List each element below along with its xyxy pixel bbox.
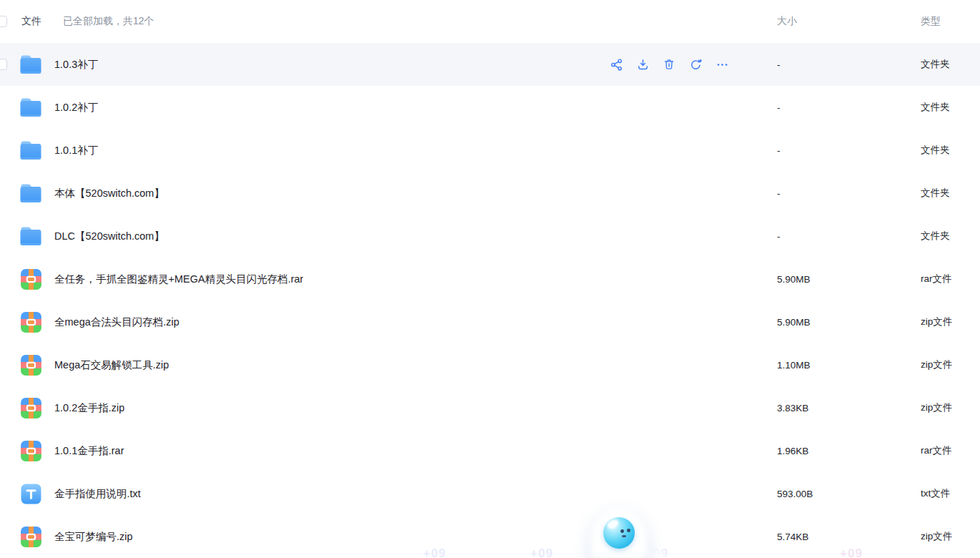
file-type: zip文件	[921, 401, 952, 414]
file-row[interactable]: 1.0.1金手指.rar	[0, 429, 980, 472]
load-status: 已全部加载，共12个	[63, 15, 154, 28]
file-name[interactable]: 全任务，手抓全图鉴精灵+MEGA精灵头目闪光存档.rar	[54, 273, 303, 286]
file-type-icon	[19, 482, 42, 505]
file-size: -	[777, 102, 781, 113]
file-type: zip文件	[921, 358, 952, 371]
file-row[interactable]: 全宝可梦编号.zip	[0, 515, 980, 558]
row-actions	[609, 57, 729, 72]
file-row[interactable]: 1.0.3补丁	[0, 43, 980, 86]
file-type: zip文件	[921, 530, 952, 543]
file-type-icon	[19, 225, 42, 248]
column-header-file[interactable]: 文件	[21, 15, 41, 28]
select-all-checkbox[interactable]	[0, 16, 7, 27]
file-type: rar文件	[921, 273, 952, 285]
file-name[interactable]: 1.0.3补丁	[54, 58, 98, 72]
file-size: 1.96KB	[777, 446, 808, 456]
cloud-drive-file-list: 文件 已全部加载，共12个 大小 类型 1.0.3补丁	[0, 0, 980, 558]
file-name[interactable]: 全宝可梦编号.zip	[54, 530, 133, 544]
delete-button[interactable]	[662, 57, 676, 72]
file-type-icon	[19, 439, 42, 462]
refresh-button[interactable]	[688, 57, 703, 72]
list-header: 文件 已全部加载，共12个 大小 类型	[0, 0, 980, 43]
file-row[interactable]: 全任务，手抓全图鉴精灵+MEGA精灵头目闪光存档.rar	[0, 258, 980, 300]
file-type: 文件夹	[921, 230, 950, 243]
file-type-icon	[19, 525, 42, 548]
file-type-icon	[19, 268, 42, 290]
file-name[interactable]: 全mega合法头目闪存档.zip	[54, 315, 179, 329]
file-name[interactable]: 1.0.2补丁	[54, 101, 98, 114]
file-type: 文件夹	[921, 101, 950, 114]
file-type: 文件夹	[921, 58, 950, 71]
file-row[interactable]: 1.0.2金手指.zip	[0, 386, 980, 429]
file-name[interactable]: 本体【520switch.com】	[54, 187, 164, 200]
share-button[interactable]	[609, 57, 623, 72]
file-row[interactable]: 1.0.1补丁	[0, 129, 980, 172]
column-header-size[interactable]: 大小	[777, 15, 797, 28]
file-row[interactable]: 金手指使用说明.txt	[0, 472, 980, 515]
file-row[interactable]: 本体【520switch.com】	[0, 172, 980, 215]
file-type: txt文件	[921, 487, 950, 500]
file-name[interactable]: 金手指使用说明.txt	[54, 487, 141, 501]
file-type-icon	[19, 310, 42, 333]
file-size: 1.10MB	[777, 360, 811, 371]
file-type-icon	[19, 396, 42, 419]
file-row[interactable]: 1.0.2补丁	[0, 86, 980, 129]
file-type: 文件夹	[921, 144, 950, 157]
file-size: -	[777, 231, 781, 242]
file-name[interactable]: 1.0.1补丁	[54, 144, 98, 157]
file-size: 5.90MB	[777, 317, 811, 328]
file-type-icon	[19, 139, 42, 162]
download-button[interactable]	[635, 57, 650, 72]
file-name[interactable]: 1.0.2金手指.zip	[54, 401, 124, 415]
file-size: -	[777, 59, 781, 70]
file-size: 3.83KB	[777, 403, 808, 413]
file-rows: 1.0.3补丁	[0, 43, 980, 558]
file-size: 593.00B	[777, 489, 813, 499]
file-name[interactable]: 1.0.1金手指.rar	[54, 444, 124, 458]
file-size: 5.74KB	[777, 532, 808, 542]
file-size: -	[777, 188, 781, 199]
file-type: zip文件	[921, 315, 952, 328]
file-row[interactable]: Mega石交易解锁工具.zip	[0, 343, 980, 386]
file-row[interactable]: DLC【520switch.com】	[0, 215, 980, 258]
file-type-icon	[19, 96, 42, 119]
file-size: 5.90MB	[777, 274, 811, 285]
file-row[interactable]: 全mega合法头目闪存档.zip	[0, 300, 980, 343]
file-type-icon	[19, 182, 42, 205]
file-type: rar文件	[921, 444, 952, 457]
file-name[interactable]: DLC【520switch.com】	[54, 230, 164, 243]
file-type-icon	[19, 353, 42, 376]
more-button[interactable]	[715, 57, 729, 72]
column-header-type[interactable]: 类型	[921, 15, 941, 28]
file-type: 文件夹	[921, 187, 950, 200]
row-checkbox[interactable]	[0, 59, 7, 70]
file-size: -	[777, 145, 781, 156]
file-type-icon	[19, 53, 42, 76]
file-name[interactable]: Mega石交易解锁工具.zip	[54, 358, 169, 372]
